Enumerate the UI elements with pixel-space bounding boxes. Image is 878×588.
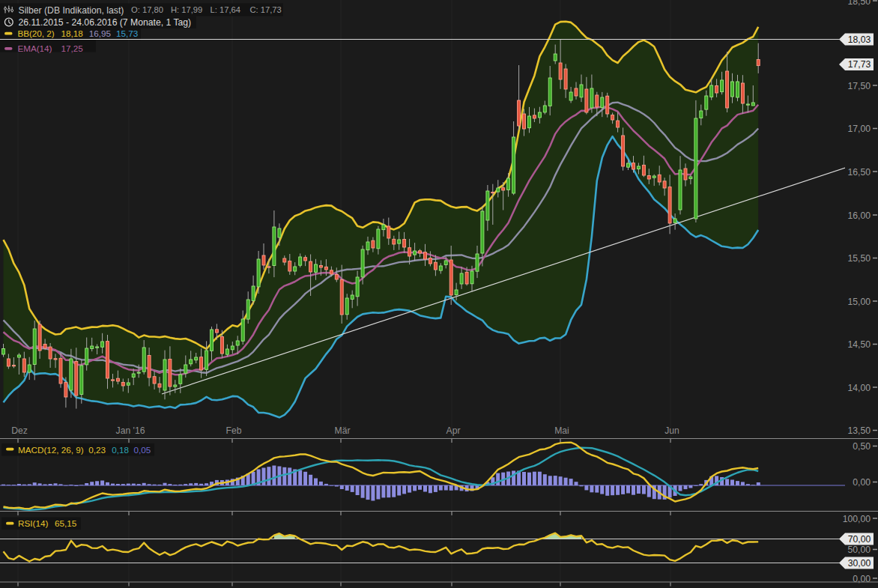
svg-text:16,50: 16,50 — [848, 167, 871, 178]
svg-text:L: 17,64: L: 17,64 — [211, 5, 240, 14]
svg-text:O: 17,80: O: 17,80 — [131, 5, 163, 14]
svg-text:C: 17,73: C: 17,73 — [250, 5, 282, 14]
svg-text:H: 17,99: H: 17,99 — [171, 5, 202, 14]
svg-text:17,73: 17,73 — [848, 59, 871, 70]
svg-text:0,00: 0,00 — [853, 477, 871, 488]
svg-text:18,50: 18,50 — [848, 0, 871, 7]
svg-text:70,00: 70,00 — [848, 534, 871, 545]
svg-text:15,73: 15,73 — [116, 28, 138, 38]
svg-text:Silber (DB Indikation, last): Silber (DB Indikation, last) — [19, 5, 124, 16]
svg-text:Mai: Mai — [554, 425, 569, 436]
svg-text:15,00: 15,00 — [848, 297, 871, 307]
svg-text:14,00: 14,00 — [848, 383, 871, 393]
svg-text:100,00: 100,00 — [843, 514, 871, 524]
svg-text:16,95: 16,95 — [89, 28, 112, 38]
svg-text:0,00: 0,00 — [853, 574, 871, 584]
svg-text:16,00: 16,00 — [848, 210, 871, 221]
svg-text:0,18: 0,18 — [112, 445, 129, 455]
svg-text:Mär: Mär — [335, 425, 351, 436]
svg-text:Apr: Apr — [446, 425, 461, 436]
svg-text:17,00: 17,00 — [848, 124, 871, 134]
svg-text:Jan '16: Jan '16 — [116, 425, 145, 436]
svg-text:14,50: 14,50 — [848, 339, 871, 350]
svg-text:Dez: Dez — [11, 425, 28, 436]
svg-text:EMA(14): EMA(14) — [17, 43, 52, 53]
svg-text:26.11.2015 - 24.06.2016 (7 Mon: 26.11.2015 - 24.06.2016 (7 Monate, 1 Tag… — [19, 17, 192, 28]
svg-text:Jun: Jun — [664, 425, 679, 436]
svg-text:30,00: 30,00 — [848, 558, 871, 569]
svg-text:18,18: 18,18 — [61, 28, 82, 38]
svg-text:50,00: 50,00 — [848, 545, 871, 555]
svg-text:65,15: 65,15 — [55, 518, 77, 528]
svg-text:17,50: 17,50 — [848, 81, 871, 91]
svg-text:RSI(14): RSI(14) — [18, 518, 48, 528]
svg-text:Feb: Feb — [225, 425, 241, 436]
svg-text:MACD(12, 26, 9): MACD(12, 26, 9) — [18, 445, 84, 455]
svg-text:0,50: 0,50 — [853, 441, 871, 452]
svg-text:BB(20, 2): BB(20, 2) — [17, 28, 54, 38]
svg-text:0,23: 0,23 — [88, 445, 106, 455]
svg-text:0,05: 0,05 — [133, 445, 151, 455]
svg-text:13,50: 13,50 — [848, 425, 871, 436]
svg-text:15,50: 15,50 — [848, 253, 871, 264]
svg-text:18,03: 18,03 — [848, 34, 871, 45]
svg-text:17,25: 17,25 — [61, 43, 83, 53]
